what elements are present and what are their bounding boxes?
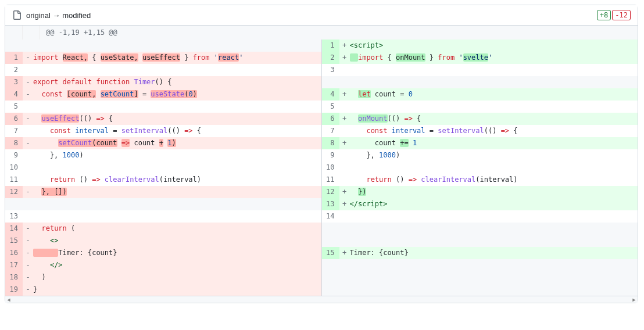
left-pane: 1-import React, { useState, useEffect } … (5, 40, 322, 296)
diff-marker (23, 174, 33, 186)
code-content: const [count, setCount] = useState(0) (33, 88, 321, 101)
line-number: 7 (322, 125, 339, 137)
diff-line[interactable]: 13 (5, 210, 321, 223)
line-number (322, 235, 339, 247)
line-number: 14 (322, 210, 339, 223)
diff-marker: + (339, 52, 350, 64)
deletions-badge: -12 (612, 10, 631, 20)
line-number: 1 (322, 40, 339, 52)
diff-line[interactable] (322, 284, 638, 296)
diff-line[interactable]: 1+<script> (322, 40, 638, 52)
diff-header: original → modified +8 -12 (5, 5, 638, 26)
line-number (322, 259, 339, 271)
line-number: 15 (5, 235, 23, 247)
code-content (33, 40, 321, 52)
diff-line[interactable] (322, 259, 638, 271)
code-content (350, 210, 638, 223)
diff-line[interactable]: 14 (322, 210, 638, 223)
line-number: 6 (5, 113, 23, 125)
diff-line[interactable]: 10 (322, 162, 638, 174)
code-content: }, []) (33, 186, 321, 198)
diff-line[interactable]: 6+ onMount(() => { (322, 113, 638, 125)
diff-line[interactable]: 4- const [count, setCount] = useState(0) (5, 88, 321, 101)
diff-marker (339, 235, 350, 247)
diff-line[interactable]: 16- Timer: {count} (5, 247, 321, 259)
diff-line[interactable]: 3-export default function Timer() { (5, 76, 321, 88)
diff-marker (339, 223, 350, 235)
diff-line[interactable]: 9 }, 1000) (5, 149, 321, 162)
diff-marker: - (23, 76, 33, 88)
diff-line[interactable]: 2 (5, 64, 321, 76)
line-number: 5 (5, 101, 23, 113)
code-content (33, 101, 321, 113)
scroll-right-icon[interactable]: ► (631, 296, 638, 303)
diff-line[interactable]: 1-import React, { useState, useEffect } … (5, 52, 321, 64)
diff-line[interactable]: 5 (5, 101, 321, 113)
diff-line[interactable] (5, 40, 321, 52)
horizontal-scrollbar[interactable]: ◄ ► (5, 296, 638, 303)
line-number: 9 (322, 149, 339, 162)
diff-line[interactable]: 8- setCount(count => count + 1) (5, 137, 321, 149)
code-content: return ( (33, 223, 321, 235)
code-content (350, 101, 638, 113)
diff-line[interactable] (322, 271, 638, 284)
diff-line[interactable] (322, 223, 638, 235)
diff-marker: - (23, 52, 33, 64)
diff-line[interactable]: 9 }, 1000) (322, 149, 638, 162)
diff-line[interactable] (322, 76, 638, 88)
diff-line[interactable]: 3 (322, 64, 638, 76)
code-content: let count = 0 (350, 88, 638, 101)
code-content: useEffect(() => { (33, 113, 321, 125)
line-number: 10 (322, 162, 339, 174)
code-content (350, 162, 638, 174)
diff-marker: - (23, 247, 33, 259)
diff-line[interactable]: 12+ }) (322, 186, 638, 198)
diff-line[interactable]: 14- return ( (5, 223, 321, 235)
diff-line[interactable] (322, 235, 638, 247)
line-number: 8 (322, 137, 339, 149)
diff-line[interactable]: 7 const interval = setInterval(() => { (5, 125, 321, 137)
diff-line[interactable]: 12- }, []) (5, 186, 321, 198)
diff-marker (339, 149, 350, 162)
diff-line[interactable]: 18- ) (5, 271, 321, 284)
line-number: 3 (322, 64, 339, 76)
line-number: 18 (5, 271, 23, 284)
diff-line[interactable]: 5 (322, 101, 638, 113)
diff-marker (339, 162, 350, 174)
code-content: } (33, 284, 321, 296)
diff-line[interactable]: 17- </> (5, 259, 321, 271)
line-number: 12 (322, 186, 339, 198)
diff-line[interactable]: 15- <> (5, 235, 321, 247)
diff-line[interactable]: 15+Timer: {count} (322, 247, 638, 259)
code-content (350, 64, 638, 76)
diff-stats: +8 -12 (597, 10, 631, 20)
diff-line[interactable]: 19-} (5, 284, 321, 296)
line-number: 14 (5, 223, 23, 235)
diff-line[interactable]: 7 const interval = setInterval(() => { (322, 125, 638, 137)
diff-line[interactable]: 11 return () => clearInterval(interval) (5, 174, 321, 186)
diff-marker (339, 271, 350, 284)
line-number (322, 284, 339, 296)
diff-line[interactable]: 2+ import { onMount } from 'svelte' (322, 52, 638, 64)
diff-marker (23, 40, 33, 52)
diff-line[interactable] (5, 198, 321, 210)
diff-line[interactable]: 6- useEffect(() => { (5, 113, 321, 125)
diff-marker: + (339, 88, 350, 101)
code-content: }, 1000) (33, 149, 321, 162)
diff-line[interactable]: 4+ let count = 0 (322, 88, 638, 101)
diff-line[interactable]: 11 return () => clearInterval(interval) (322, 174, 638, 186)
diff-body[interactable]: @@ -1,19 +1,15 @@ 1-import React, { useS… (5, 26, 638, 296)
diff-marker (339, 101, 350, 113)
diff-line[interactable]: 13+</script> (322, 198, 638, 210)
code-content (350, 271, 638, 284)
line-number: 13 (5, 210, 23, 223)
line-number: 11 (322, 174, 339, 186)
diff-line[interactable]: 10 (5, 162, 321, 174)
code-content: <script> (350, 40, 638, 52)
diff-marker: + (339, 137, 350, 149)
additions-badge: +8 (597, 10, 611, 20)
diff-line[interactable]: 8+ count += 1 (322, 137, 638, 149)
diff-marker (339, 259, 350, 271)
line-number: 7 (5, 125, 23, 137)
scroll-left-icon[interactable]: ◄ (5, 296, 12, 303)
